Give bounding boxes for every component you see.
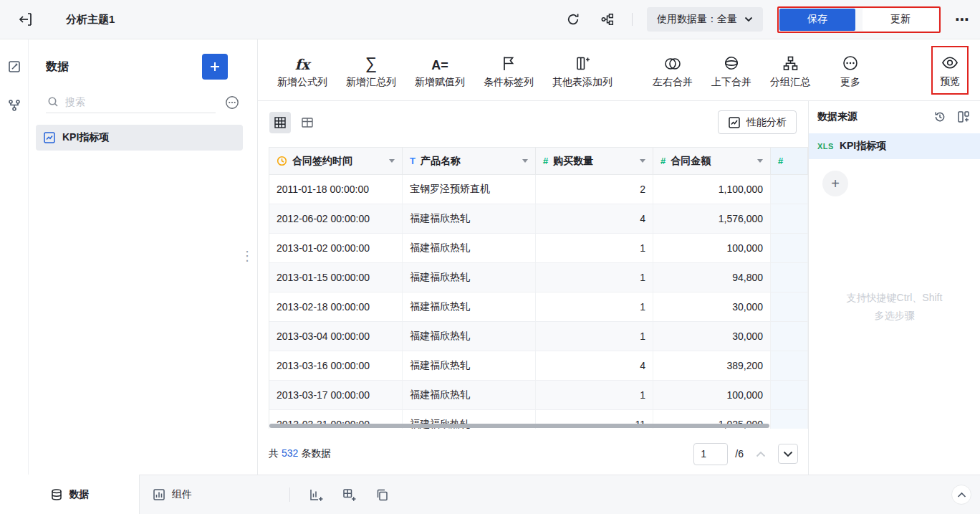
table-footer: 共532条数据 /6 xyxy=(269,433,798,475)
page-up-button[interactable] xyxy=(751,444,771,464)
header-more-icon[interactable]: ⋯ xyxy=(955,12,970,27)
table-row[interactable]: 2013-03-04 00:00:00 福建福欣热轧 1 30,000 xyxy=(269,322,808,351)
add-dataset-button[interactable] xyxy=(202,54,228,80)
add-chart-icon[interactable] xyxy=(309,487,324,503)
layout-switch-icon[interactable] xyxy=(957,110,970,123)
table-row[interactable]: 2012-06-02 00:00:00 福建福欣热轧 4 1,576,000 xyxy=(269,204,808,234)
cell-amount: 30,000 xyxy=(653,322,771,351)
sidebar-title: 数据 xyxy=(46,60,69,75)
table-row[interactable]: 2013-01-15 00:00:00 福建福欣热轧 1 94,800 xyxy=(269,263,808,292)
number-type-icon: # xyxy=(778,156,783,166)
sidebar-resize-handle[interactable]: ⋮ xyxy=(241,244,251,268)
table-body: 2011-01-18 00:00:00 宝钢罗泾预矫直机 2 1,100,000… xyxy=(269,175,808,429)
cell-partial xyxy=(771,351,808,380)
data-volume-dropdown[interactable]: 使用数据量：全量 xyxy=(647,7,763,32)
cell-partial xyxy=(771,410,808,429)
chevron-down-icon[interactable] xyxy=(389,159,395,163)
cell-amount: 30,000 xyxy=(653,292,771,321)
column-header-quantity[interactable]: # 购买数量 xyxy=(536,148,653,174)
table-row[interactable]: 2011-01-18 00:00:00 宝钢罗泾预矫直机 2 1,100,000 xyxy=(269,175,808,204)
search-input[interactable] xyxy=(65,96,214,108)
history-icon[interactable] xyxy=(933,110,946,123)
table-row[interactable]: 2013-02-18 00:00:00 福建福欣热轧 1 30,000 xyxy=(269,292,808,322)
tool-add-assign-column[interactable]: A= 新增赋值列 xyxy=(405,52,474,89)
source-step-label: KPI指标项 xyxy=(840,140,886,153)
eye-icon xyxy=(941,54,959,71)
table-add-icon xyxy=(575,55,591,72)
exit-icon[interactable] xyxy=(16,9,36,29)
tool-union-top-bottom[interactable]: 上下合并 xyxy=(702,52,761,89)
cell-product-name: 福建福欣热轧 xyxy=(403,234,536,262)
chevron-down-icon[interactable] xyxy=(522,159,528,163)
update-button[interactable]: 更新 xyxy=(863,9,938,31)
data-source-title: 数据来源 xyxy=(817,110,858,123)
refresh-icon[interactable] xyxy=(563,9,583,29)
cell-contract-date: 2013-01-15 00:00:00 xyxy=(269,263,403,292)
chevron-down-icon[interactable] xyxy=(757,159,763,163)
edit-note-icon[interactable] xyxy=(7,60,21,74)
card-view-icon xyxy=(301,116,314,129)
page-number-input[interactable] xyxy=(693,443,728,465)
number-type-icon: # xyxy=(543,156,548,166)
cell-partial xyxy=(771,234,808,262)
cell-contract-date: 2013-03-04 00:00:00 xyxy=(269,322,403,351)
sidebar-item-kpi[interactable]: KPI指标项 xyxy=(36,125,243,151)
table-panel: 性能分析 合同签约时间 T 产品名称 xyxy=(258,101,808,475)
cell-product-name: 福建福欣热轧 xyxy=(403,263,536,292)
source-step-kpi[interactable]: XLS KPI指标项 xyxy=(809,133,980,159)
cell-partial xyxy=(771,204,808,233)
tool-add-summary-column[interactable]: ∑ 新增汇总列 xyxy=(337,52,405,89)
tab-data[interactable]: 数据 xyxy=(0,475,140,514)
column-header-partial[interactable]: # xyxy=(771,148,808,174)
annotation-box-save-update: 保存 更新 xyxy=(777,6,941,33)
performance-analysis-button[interactable]: 性能分析 xyxy=(718,110,797,134)
column-header-amount[interactable]: # 合同金额 xyxy=(653,148,771,174)
cell-contract-date: 2011-01-18 00:00:00 xyxy=(269,175,403,204)
tool-condition-tag-column[interactable]: 条件标签列 xyxy=(474,52,543,89)
circle-ellipsis-icon xyxy=(842,54,859,72)
tool-preview[interactable]: 预览 xyxy=(937,51,963,88)
page-down-button[interactable] xyxy=(778,444,798,464)
add-widget-icon[interactable] xyxy=(342,487,357,503)
tab-component[interactable]: 组件 xyxy=(140,475,216,514)
column-header-contract-date[interactable]: 合同签约时间 xyxy=(269,148,403,174)
chevron-down-icon[interactable] xyxy=(640,159,645,163)
text-type-icon: T xyxy=(410,156,415,166)
cell-quantity: 1 xyxy=(536,263,653,292)
date-type-icon xyxy=(277,156,287,166)
page-title: 分析主题1 xyxy=(66,13,115,27)
search-box[interactable] xyxy=(46,91,216,113)
view-toggle-row: 性能分析 xyxy=(258,101,808,134)
cell-quantity: 1 xyxy=(536,292,653,321)
cell-amount: 94,800 xyxy=(653,263,771,292)
cell-partial xyxy=(771,263,808,292)
table-row[interactable]: 2013-03-17 00:00:00 福建福欣热轧 1 100,000 xyxy=(269,381,808,410)
cell-amount: 100,000 xyxy=(653,381,771,409)
tool-add-formula-column[interactable]: fx 新增公式列 xyxy=(268,52,337,89)
cell-quantity: 4 xyxy=(536,204,653,233)
bottom-quick-actions xyxy=(309,475,390,514)
tool-join-left-right[interactable]: 左右合并 xyxy=(643,52,702,89)
lineage-icon[interactable] xyxy=(597,9,618,29)
tool-more[interactable]: 更多 xyxy=(831,52,870,89)
view-toggle xyxy=(269,112,318,133)
database-icon xyxy=(50,488,63,501)
add-step-button[interactable]: + xyxy=(822,171,848,196)
top-bar: 分析主题1 使用数据量：全量 xyxy=(0,0,980,39)
flow-nodes-icon[interactable] xyxy=(7,98,21,113)
cell-product-name: 福建福欣热轧 xyxy=(403,351,536,380)
column-header-product-name[interactable]: T 产品名称 xyxy=(403,148,536,174)
save-button[interactable]: 保存 xyxy=(779,9,855,31)
horizontal-scrollbar[interactable] xyxy=(269,424,769,428)
tool-group-summary[interactable]: 分组汇总 xyxy=(761,52,820,89)
tool-add-column-from-table[interactable]: 其他表添加列 xyxy=(543,52,622,89)
annotation-box-preview: 预览 xyxy=(931,46,969,95)
table-row[interactable]: 2013-03-16 00:00:00 福建福欣热轧 4 389,200 xyxy=(269,351,808,381)
card-view-button[interactable] xyxy=(297,112,318,133)
left-rail xyxy=(0,39,29,475)
search-more-icon[interactable] xyxy=(224,95,240,110)
collapse-panel-button[interactable] xyxy=(951,485,971,505)
table-row[interactable]: 2013-01-02 00:00:00 福建福欣热轧 1 100,000 xyxy=(269,234,808,263)
grid-view-button[interactable] xyxy=(269,112,291,133)
copy-icon[interactable] xyxy=(375,487,390,503)
